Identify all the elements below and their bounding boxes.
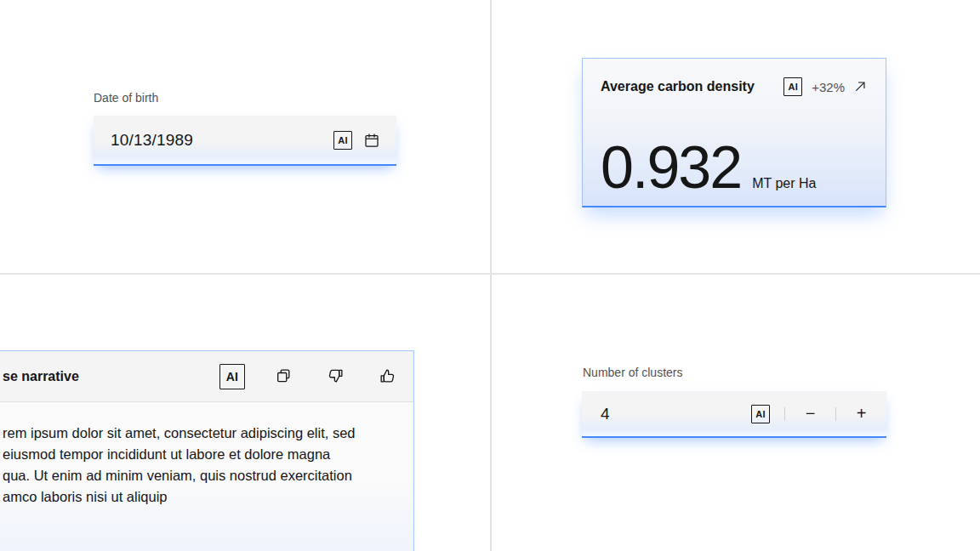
narrative-card: se narrative AI [0, 350, 414, 551]
metric-value: 0.932 [601, 138, 741, 197]
ai-badge[interactable]: AI [333, 131, 352, 150]
increment-button[interactable]: + [836, 391, 886, 436]
narrative-line: qua. Ut enim ad minim veniam, quis nostr… [3, 465, 402, 486]
number-value[interactable]: 4 [601, 405, 751, 423]
narrative-line: amco laboris nisi ut aliquip [3, 486, 402, 508]
calendar-icon [363, 132, 380, 149]
metric-tile: Average carbon density AI +32% 0.932 MT … [582, 58, 886, 207]
ai-badge[interactable]: AI [783, 77, 802, 96]
number-of-clusters-label: Number of clusters [583, 366, 682, 379]
ai-badge-label: AI [338, 135, 348, 145]
delta-value: +32% [812, 80, 845, 94]
number-of-clusters-input[interactable]: 4 AI − + [582, 391, 886, 438]
narrative-text-area[interactable]: rem ipsum dolor sit amet, consectetur ad… [0, 402, 413, 551]
ai-badge-label: AI [788, 82, 798, 92]
metric-unit: MT per Ha [752, 176, 816, 191]
decrement-button[interactable]: − [785, 391, 835, 436]
ai-badge[interactable]: AI [219, 364, 245, 389]
page-canvas: Date of birth 10/13/1989 AI Average carb… [0, 0, 980, 551]
date-of-birth-label: Date of birth [94, 91, 158, 105]
date-value[interactable]: 10/13/1989 [111, 131, 333, 150]
thumbs-down-button[interactable] [327, 367, 345, 385]
narrative-line: eiusmod tempor incididunt ut labore et d… [3, 444, 402, 465]
ai-badge-label: AI [755, 409, 766, 419]
ai-badge[interactable]: AI [751, 405, 770, 423]
copy-icon [275, 367, 293, 385]
copy-button[interactable] [275, 367, 293, 385]
thumbs-down-icon [327, 367, 345, 385]
vertical-grid-divider [490, 0, 492, 551]
trend-up-arrow-icon [852, 79, 868, 94]
narrative-line: rem ipsum dolor sit amet, consectetur ad… [3, 423, 402, 444]
thumbs-up-icon [379, 367, 396, 385]
ai-badge-label: AI [226, 370, 239, 383]
narrative-title: se narrative [3, 369, 219, 384]
calendar-button[interactable] [363, 132, 380, 149]
date-of-birth-input[interactable]: 10/13/1989 AI [94, 116, 396, 166]
horizontal-grid-divider [0, 273, 980, 275]
thumbs-up-button[interactable] [379, 367, 396, 385]
narrative-card-header: se narrative AI [0, 351, 413, 402]
tile-title: Average carbon density [601, 79, 783, 94]
